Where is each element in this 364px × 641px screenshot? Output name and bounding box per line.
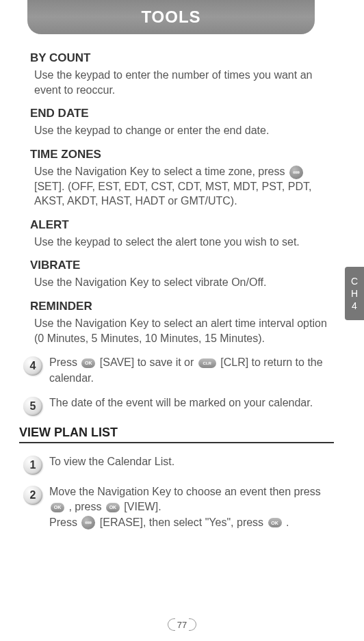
page-header: TOOLS	[27, 0, 315, 34]
section-by-count: BY COUNT Use the keypad to enter the num…	[30, 51, 334, 97]
step-4-number: 4	[23, 356, 42, 376]
section-end-date: END DATE Use the keypad to change or ent…	[30, 107, 334, 138]
vp-step-2-text: Move the Navigation Key to choose an eve…	[49, 484, 334, 530]
ok-key-icon: OK	[51, 503, 64, 512]
vp-step-1: 1 To view the Calendar List.	[23, 454, 334, 475]
ok-key-icon: OK	[81, 358, 95, 368]
section-reminder: REMINDER Use the Navigation Key to selec…	[30, 300, 334, 345]
end-date-title: END DATE	[30, 107, 334, 120]
tz-text-pre: Use the Navigation Key to select a time …	[34, 166, 288, 177]
time-zones-body: Use the Navigation Key to select a time …	[30, 164, 334, 209]
alert-title: ALERT	[30, 218, 334, 232]
step-4-text: Press OK [SAVE] to save it or CLR [CLR] …	[49, 355, 334, 386]
section-time-zones: TIME ZONES Use the Navigation Key to sel…	[30, 148, 334, 209]
step-5: 5 The date of the event will be marked o…	[23, 395, 334, 416]
time-zones-title: TIME ZONES	[30, 148, 334, 161]
section-vibrate: VIBRATE Use the Navigation Key to select…	[30, 259, 334, 290]
vp-step-2: 2 Move the Navigation Key to choose an e…	[23, 484, 334, 530]
reminder-title: REMINDER	[30, 300, 334, 313]
vp2-t2: , press	[66, 501, 105, 512]
step-4-t1: Press	[49, 356, 80, 368]
vp2-t6: .	[283, 516, 289, 528]
vp2-t4: Press	[49, 516, 80, 528]
navigation-key-icon	[289, 166, 303, 179]
chapter-c: C	[351, 275, 358, 287]
vp2-t3: [VIEW].	[121, 501, 161, 512]
vp2-t5: [ERASE], then select "Yes", press	[96, 516, 266, 528]
vibrate-title: VIBRATE	[30, 259, 334, 272]
view-plan-list-title: VIEW PLAN LIST	[19, 426, 334, 443]
reminder-body: Use the Navigation Key to select an aler…	[30, 316, 334, 345]
step-4-t2: [SAVE] to save it or	[96, 356, 196, 368]
section-alert: ALERT Use the keypad to select the alert…	[30, 218, 334, 250]
step-5-text: The date of the event will be marked on …	[49, 395, 334, 410]
page-number: 77	[170, 616, 194, 633]
page-number-text: 77	[177, 620, 187, 630]
ok-key-icon: OK	[268, 518, 282, 527]
ok-key-icon: OK	[106, 503, 120, 512]
page-title: TOOLS	[141, 8, 200, 27]
vp-step-2-number: 2	[23, 486, 42, 505]
navigation-key-icon	[81, 516, 95, 529]
vp-step-1-number: 1	[23, 456, 42, 475]
end-date-body: Use the keypad to change or enter the en…	[30, 123, 334, 138]
tz-text-post: [SET]. (OFF, EST, EDT, CST, CDT, MST, MD…	[34, 181, 311, 207]
chapter-num: 4	[352, 300, 357, 312]
by-count-body: Use the keypad to enter the number of ti…	[30, 68, 334, 97]
vp-step-1-text: To view the Calendar List.	[49, 454, 334, 469]
chapter-tab: C H 4	[345, 267, 364, 320]
alert-body: Use the keypad to select the alert tone …	[30, 235, 334, 250]
by-count-title: BY COUNT	[30, 51, 334, 65]
vp2-t1: Move the Navigation Key to choose an eve…	[49, 486, 321, 497]
chapter-h: H	[351, 287, 358, 300]
content-area: BY COUNT Use the keypad to enter the num…	[30, 51, 334, 540]
step-4: 4 Press OK [SAVE] to save it or CLR [CLR…	[23, 355, 334, 386]
clr-key-icon: CLR	[198, 358, 216, 368]
step-5-number: 5	[23, 397, 42, 416]
vibrate-body: Use the Navigation Key to select vibrate…	[30, 275, 334, 290]
